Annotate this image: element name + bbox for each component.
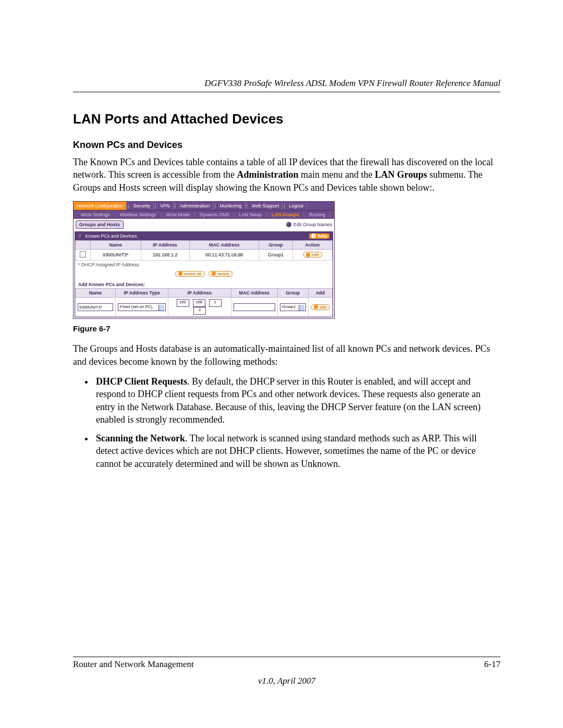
subtab-lan-setup[interactable]: LAN Setup — [237, 211, 265, 219]
add-col-ip: IP Address — [168, 289, 231, 298]
row-checkbox[interactable] — [80, 251, 86, 257]
bold-administration: Administration — [237, 169, 299, 180]
add-header-row: Name IP Address Type IP Address MAC Addr… — [76, 289, 333, 298]
col-checkbox — [76, 240, 91, 249]
methods-list: DHCP Client Requests. By default, the DH… — [73, 375, 500, 470]
group-select[interactable]: Group1 — [280, 303, 306, 311]
ip-type-select[interactable]: Fixed (set on PC) — [118, 303, 166, 311]
secondary-tabs: :: WAN Settings :: Wireless Settings :: … — [74, 210, 334, 219]
tab-administration[interactable]: Administration — [177, 202, 213, 210]
edit-group-names-label: Edit Group Names — [293, 222, 332, 227]
header-dots-icon: ⠿ — [78, 233, 82, 239]
subsection-title: Known PCs and Devices — [73, 140, 500, 151]
col-mac: MAC Address — [189, 240, 259, 249]
add-row: Fixed (set on PC) 192. 168. 1. 2 Group1 … — [76, 298, 333, 317]
help-button[interactable]: help — [309, 233, 329, 239]
add-device-table: Name IP Address Type IP Address MAC Addr… — [75, 288, 333, 317]
select-all-button[interactable]: select all — [175, 271, 205, 277]
add-col-group: Group — [277, 289, 308, 298]
arrow-circle-icon — [286, 222, 291, 227]
groups-bar: Groups and Hosts Edit Group Names — [74, 219, 334, 230]
intro-paragraph: The Known PCs and Devices table contains… — [73, 156, 500, 194]
subtab-lan-groups[interactable]: LAN Groups — [269, 211, 302, 219]
intro-text-2: main menu and the — [299, 169, 375, 180]
col-group: Group — [259, 240, 292, 249]
add-col-add: Add — [308, 289, 332, 298]
cell-group: Group1 — [259, 249, 292, 260]
sub-tab-dots: :: — [192, 211, 197, 219]
bullet-lead-dhcp: DHCP Client Requests — [96, 376, 187, 387]
subtab-wan-mode[interactable]: WAN Mode — [163, 211, 192, 219]
col-ip: IP Address — [141, 240, 189, 249]
add-name-input[interactable] — [78, 303, 113, 311]
sub-tab-dots: :: — [158, 211, 163, 219]
table-header-row: Name IP Address MAC Address Group Action — [76, 240, 333, 249]
add-col-mac: MAC Address — [231, 289, 277, 298]
router-screenshot: Network Configuration | Security | VPN |… — [73, 201, 335, 319]
ip-octet-3[interactable]: 1 — [209, 299, 222, 307]
section-title: LAN Ports and Attached Devices — [73, 111, 500, 127]
footer-left: Router and Network Management — [73, 659, 194, 670]
footer-page-number: 6-17 — [484, 659, 500, 670]
table-row: 9300UNIT3* 192.168.1.2 00:11:43:71:c8:d8… — [76, 249, 333, 260]
bulk-action-row: select all delete — [75, 269, 333, 281]
add-button[interactable]: add — [311, 304, 330, 310]
sub-tab-dots: :: — [264, 211, 269, 219]
sub-tab-dots: :: — [74, 211, 78, 219]
col-action: Action — [292, 240, 332, 249]
subtab-routing[interactable]: Routing — [307, 211, 328, 219]
panel-title: Known PCs and Devices — [85, 233, 137, 239]
tab-monitoring[interactable]: Monitoring — [216, 202, 245, 210]
delete-button[interactable]: delete — [209, 271, 232, 277]
ip-octet-4[interactable]: 2 — [193, 307, 206, 315]
post-figure-paragraph: The Groups and Hosts database is an auto… — [73, 342, 500, 368]
document-page: DGFV338 ProSafe Wireless ADSL Modem VPN … — [0, 0, 563, 728]
subtab-wireless-settings[interactable]: Wireless Settings — [117, 211, 159, 219]
subtab-wan-settings[interactable]: WAN Settings — [78, 211, 113, 219]
edit-group-names-link[interactable]: Edit Group Names — [286, 222, 332, 227]
sub-tab-dots: :: — [328, 211, 333, 219]
tab-web-support[interactable]: Web Support — [249, 202, 283, 210]
page-footer: Router and Network Management 6-17 v1.0,… — [73, 657, 500, 686]
bold-lan-groups: LAN Groups — [375, 169, 427, 180]
add-ip-cell: 192. 168. 1. 2 — [168, 298, 231, 317]
col-name: Name — [91, 240, 141, 249]
cell-name: 9300UNIT3* — [91, 249, 141, 260]
tab-network-configuration[interactable]: Network Configuration — [74, 202, 127, 210]
cell-ip: 192.168.1.2 — [141, 249, 189, 260]
tab-vpn[interactable]: VPN — [157, 202, 174, 210]
add-col-name: Name — [76, 289, 116, 298]
add-mac-input[interactable] — [234, 303, 275, 311]
ip-octet-2[interactable]: 168 — [193, 299, 205, 307]
footer-rule — [73, 657, 500, 657]
running-header: DGFV338 ProSafe Wireless ADSL Modem VPN … — [73, 78, 500, 92]
add-section-title: Add Known PCs and Devices: — [75, 281, 333, 288]
list-item: DHCP Client Requests. By default, the DH… — [94, 375, 500, 426]
primary-tabs: Network Configuration | Security | VPN |… — [74, 202, 334, 210]
sub-tab-dots: :: — [231, 211, 236, 219]
list-item: Scanning the Network. The local network … — [94, 432, 500, 470]
tab-logout[interactable]: Logout — [286, 202, 308, 210]
panel-header: ⠿ Known PCs and Devices help — [75, 232, 333, 240]
sub-tab-dots: :: — [113, 211, 117, 219]
tab-security[interactable]: Security — [130, 202, 154, 210]
known-devices-panel: ⠿ Known PCs and Devices help Name IP Add… — [75, 231, 333, 318]
figure-caption: Figure 6-7 — [73, 324, 500, 333]
footer-version: v1.0, April 2007 — [73, 676, 500, 686]
edit-button[interactable]: edit — [303, 252, 322, 257]
known-devices-table: Name IP Address MAC Address Group Action… — [75, 240, 333, 261]
ip-octet-1[interactable]: 192 — [177, 299, 189, 307]
cell-mac: 00:11:43:71:c8:d8 — [189, 249, 259, 260]
subtab-dynamic-dns[interactable]: Dynamic DNS — [197, 211, 232, 219]
sub-tab-dots: :: — [302, 211, 307, 219]
dhcp-footnote: * DHCP Assigned IP Address — [75, 261, 333, 269]
bullet-lead-scan: Scanning the Network — [96, 433, 185, 443]
groups-and-hosts-tab[interactable]: Groups and Hosts — [76, 220, 124, 229]
add-col-type: IP Address Type — [116, 289, 168, 298]
